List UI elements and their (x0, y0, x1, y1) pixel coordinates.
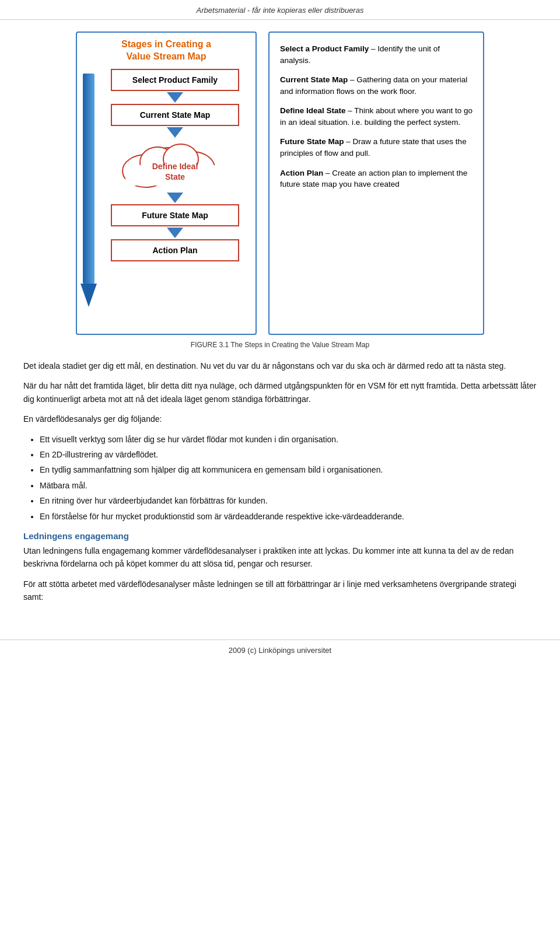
figure-caption: FIGURE 3.1 The Steps in Creating the Val… (23, 341, 537, 349)
body-para1: Det ideala stadiet ger dig ett mål, en d… (23, 359, 537, 372)
bullet-item-6: En förståelse för hur mycket produktions… (40, 510, 537, 523)
steps-container: Select Product Family Current State Map (105, 69, 245, 261)
right-description: Select a Product Family – Identify the u… (268, 32, 484, 335)
bullet-item-4: Mätbara mål. (40, 479, 537, 492)
section-heading-ledningens: Ledningens engagemang (23, 531, 537, 541)
page-footer: 2009 (c) Linköpings universitet (0, 640, 560, 659)
arrow-3 (167, 193, 183, 203)
bullet-item-2: En 2D-illustrering av värdeflödet. (40, 448, 537, 461)
arrow-4 (167, 228, 183, 238)
step-define-ideal-state: Define Ideal State (111, 139, 239, 191)
body-para2: När du har nått det framtida läget, blir… (23, 379, 537, 406)
desc-define-ideal-state: Define Ideal State – Think about where y… (280, 105, 473, 128)
body-para3: En värdeflödesanalys ger dig följande: (23, 413, 537, 425)
step-select-product-family: Select Product Family (111, 69, 239, 91)
desc-action-plan: Action Plan – Create an action plan to i… (280, 167, 473, 190)
desc-current-state-map: Current State Map – Gathering data on yo… (280, 74, 473, 97)
svg-rect-0 (83, 74, 94, 284)
body-para4: Utan ledningens fulla engagemang kommer … (23, 544, 537, 571)
step-action-plan: Action Plan (111, 239, 239, 261)
main-content: Stages in Creating a Value Stream Map Se… (0, 20, 560, 628)
figure-area: Stages in Creating a Value Stream Map Se… (23, 32, 537, 335)
desc-future-state-map: Future State Map – Draw a future state t… (280, 136, 473, 159)
body-para5: För att stötta arbetet med värdeflödesan… (23, 578, 537, 604)
left-diagram: Stages in Creating a Value Stream Map Se… (76, 32, 257, 335)
svg-marker-1 (80, 284, 97, 307)
arrow-2 (167, 127, 183, 138)
header-text: Arbetsmaterial - får inte kopieras eller… (197, 6, 364, 15)
arrow-1 (167, 92, 183, 103)
cloud-svg: Define Ideal State (111, 139, 239, 188)
desc-select-product-family: Select a Product Family – Identify the u… (280, 43, 473, 66)
page-header: Arbetsmaterial - får inte kopieras eller… (0, 0, 560, 20)
big-arrow-container (80, 74, 97, 307)
bullet-item-1: Ett visuellt verktyg som låter dig se hu… (40, 433, 537, 446)
footer-text: 2009 (c) Linköpings universitet (229, 646, 331, 655)
diagram-title: Stages in Creating a Value Stream Map (121, 39, 211, 63)
bullet-item-3: En tydlig sammanfattning som hjälper dig… (40, 463, 537, 476)
big-blue-arrow-svg (80, 74, 97, 307)
step-future-state-map: Future State Map (111, 204, 239, 226)
step-current-state-map: Current State Map (111, 104, 239, 126)
svg-text:Define Ideal: Define Ideal (152, 162, 198, 171)
svg-text:State: State (165, 172, 185, 181)
bullet-item-5: En ritning över hur värdeerbjudandet kan… (40, 494, 537, 507)
bullet-list: Ett visuellt verktyg som låter dig se hu… (40, 433, 537, 523)
